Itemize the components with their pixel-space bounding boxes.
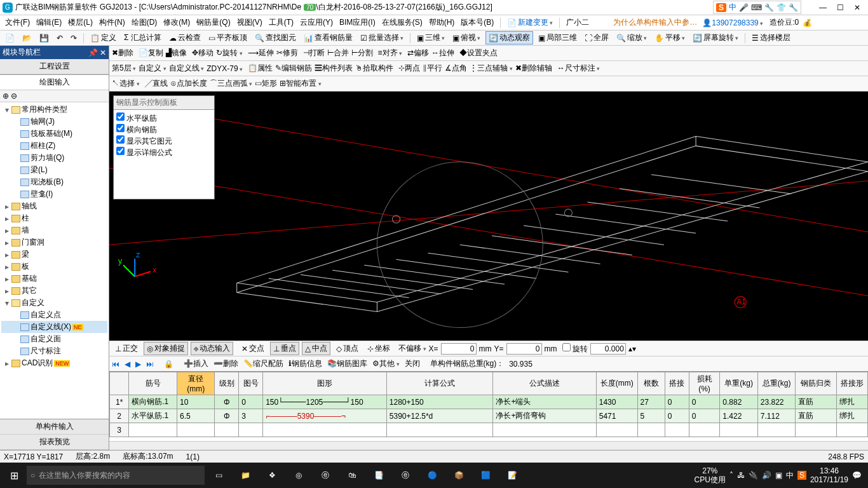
menu-bim[interactable]: BIM应用(I)	[337, 16, 378, 29]
rebar-qty-button[interactable]: 📊查看钢筋量	[301, 32, 355, 44]
set-grip-button[interactable]: ◆设置夹点	[459, 48, 498, 58]
category-select[interactable]: 自定义	[139, 63, 166, 74]
tray-up-icon[interactable]: ˄	[729, 471, 733, 480]
tray-power-icon[interactable]: 🔌	[749, 471, 758, 480]
taskbar-search[interactable]: ○ 在这里输入你要搜索的内容	[27, 466, 205, 485]
nav-first[interactable]: ⏮	[112, 360, 119, 369]
tree-custom[interactable]: 自定义	[22, 297, 44, 308]
cpu-meter[interactable]: 27%CPU使用	[695, 466, 726, 485]
table-row[interactable]: 2 水平纵筋.1 6.5 Φ 3 ⌐─────5390─────¬ 5390+1…	[110, 409, 868, 423]
rotate-button[interactable]: ↻旋转	[216, 48, 243, 58]
col-lvl[interactable]: 级别	[215, 372, 239, 395]
menu-help[interactable]: 帮助(H)	[426, 16, 458, 29]
tree-castslab[interactable]: 现浇板(B)	[31, 177, 64, 187]
col-id[interactable]: 筋号	[129, 372, 177, 395]
nav-last[interactable]: ⏭	[146, 360, 154, 369]
rotate-spinner[interactable]: ▴▾	[628, 344, 636, 353]
chk-other[interactable]: 显示其它图元	[116, 135, 212, 147]
grid-close[interactable]: 关闭	[405, 358, 420, 369]
grid-scale[interactable]: 📏缩尺配筋	[243, 358, 283, 369]
smart-layout-tool[interactable]: ⊞智能布置	[280, 78, 322, 89]
fullscreen-button[interactable]: ⛶全屏	[582, 32, 611, 44]
rotate-input[interactable]	[590, 343, 626, 355]
grid-lib[interactable]: 📚钢筋图库	[327, 358, 367, 369]
sum-calc-button[interactable]: Σ 汇总计算	[121, 32, 164, 44]
redo-button[interactable]: ↷	[68, 33, 79, 43]
save-button[interactable]: 💾	[37, 33, 51, 43]
dimension-button[interactable]: ↔尺寸标注	[557, 63, 600, 74]
floor-select[interactable]: 第5层	[112, 63, 136, 74]
trim-button[interactable]: ✂修剪	[276, 48, 298, 58]
y-input[interactable]	[506, 343, 542, 355]
nav-report-preview[interactable]: 报表预览	[0, 435, 109, 450]
grid-insert[interactable]: ➕插入	[184, 358, 208, 369]
find-button[interactable]: 🔍查找图元	[252, 32, 299, 44]
menu-file[interactable]: 文件(F)	[3, 16, 32, 29]
user-name[interactable]: 广小二	[564, 16, 592, 29]
windows-taskbar[interactable]: ⊞ ○ 在这里输入你要搜索的内容 ▭ 📁 ❖ ◎ ⓔ 🛍 📑 ⓔ 🔵 📦 🟦 📝…	[0, 463, 868, 488]
screen-rotate-button[interactable]: 🔄屏幕旋转	[690, 32, 741, 44]
tray-vol-icon[interactable]: 🔊	[762, 471, 771, 480]
tree-custln[interactable]: 自定义线(X)	[31, 322, 71, 332]
col-cnt[interactable]: 根数	[637, 372, 665, 395]
tray-ime-cn[interactable]: 中	[786, 470, 794, 481]
tree-dimnote[interactable]: 尺寸标注	[31, 346, 61, 356]
col-desc[interactable]: 公式描述	[493, 372, 596, 395]
hint-text[interactable]: 为什么单构件输入中参…	[613, 17, 697, 28]
tree-niche[interactable]: 壁龛(I)	[31, 189, 53, 200]
cloud-check-button[interactable]: ☁云检查	[166, 32, 203, 44]
pan-button[interactable]: ✋平移	[652, 32, 688, 44]
snap-coord[interactable]: ⊹坐标	[364, 342, 393, 355]
new-file-button[interactable]: 📄	[3, 33, 17, 43]
osnap-toggle[interactable]: ◎对象捕捉	[144, 342, 188, 355]
menu-rebar[interactable]: 钢筋量(Q)	[194, 16, 233, 29]
grid-info[interactable]: ℹ钢筋信息	[288, 358, 322, 369]
topview-button[interactable]: ▣俯视	[450, 32, 483, 44]
three-aux-button[interactable]: ⋮三点辅轴	[470, 63, 513, 74]
app-icon-2[interactable]: ◎	[286, 466, 311, 485]
zoom-button[interactable]: 🔍缩放	[614, 32, 649, 44]
tree-beam2[interactable]: 梁	[22, 249, 29, 260]
select-tool[interactable]: ↖选择	[112, 78, 140, 89]
tree-raft[interactable]: 筏板基础(M)	[31, 128, 72, 139]
copy-button[interactable]: 📄复制	[139, 48, 163, 58]
offset-mode[interactable]: 不偏移	[398, 343, 426, 354]
snap-mid[interactable]: △中点	[302, 342, 330, 355]
edge-icon[interactable]: ⓔ	[313, 466, 338, 485]
mirror-button[interactable]: ▟镜像	[166, 48, 187, 58]
nav-single-input[interactable]: 单构件输入	[0, 419, 109, 435]
chk-detail[interactable]: 显示详细公式	[116, 147, 212, 158]
ime-toolbar[interactable]: S 中 🎤 ⌨ 🔧 👕 🔧	[713, 1, 801, 14]
menu-draw[interactable]: 绘图(D)	[129, 16, 160, 29]
table-row[interactable]: 3	[110, 423, 868, 437]
tree-axisnet[interactable]: 轴网(J)	[31, 116, 55, 127]
tray-sogou-icon[interactable]: S	[797, 471, 806, 480]
tray-notif-icon[interactable]: 💬	[852, 471, 862, 480]
local-3d-button[interactable]: ▣局部三维	[536, 32, 580, 44]
rebar-display-panel[interactable]: 钢筋显示控制面板 水平纵筋 横向钢筋 显示其它图元 显示详细公式	[113, 95, 215, 200]
grid-delete[interactable]: ➖删除	[214, 358, 238, 369]
parallel-button[interactable]: ∥平行	[423, 63, 442, 74]
rotate-check[interactable]: 旋转	[562, 343, 588, 355]
break-button[interactable]: ⊣打断	[303, 48, 325, 58]
tree-custface[interactable]: 自定义面	[31, 334, 61, 344]
lock-icon[interactable]: 🔒	[164, 360, 173, 369]
tree-beam[interactable]: 梁(L)	[31, 165, 48, 175]
3d-canvas[interactable]: x y z A1	[109, 92, 868, 341]
tree-custpt[interactable]: 自定义点	[31, 309, 61, 320]
x-input[interactable]	[441, 343, 477, 355]
select-floor-button[interactable]: ☰选择楼层	[749, 32, 793, 44]
batch-select-button[interactable]: ☑批量选择	[358, 32, 406, 44]
arc-tool[interactable]: ⌒三点画弧	[210, 78, 253, 89]
col-lap[interactable]: 搭接	[665, 372, 689, 395]
split-button[interactable]: ⊢分割	[351, 48, 373, 58]
col-uw[interactable]: 单重(kg)	[720, 372, 757, 395]
rect-tool[interactable]: ▭矩形	[255, 78, 277, 89]
tree-shear[interactable]: 剪力墙(Q)	[31, 152, 64, 163]
col-lapf[interactable]: 搭接形	[837, 372, 868, 395]
app-icon-5[interactable]: 📦	[446, 466, 471, 485]
col-shape[interactable]: 图形	[263, 372, 387, 395]
store-icon[interactable]: 🛍	[339, 466, 365, 485]
ortho-toggle[interactable]: ⊥正交	[112, 342, 141, 355]
col-rownum[interactable]	[110, 372, 129, 395]
